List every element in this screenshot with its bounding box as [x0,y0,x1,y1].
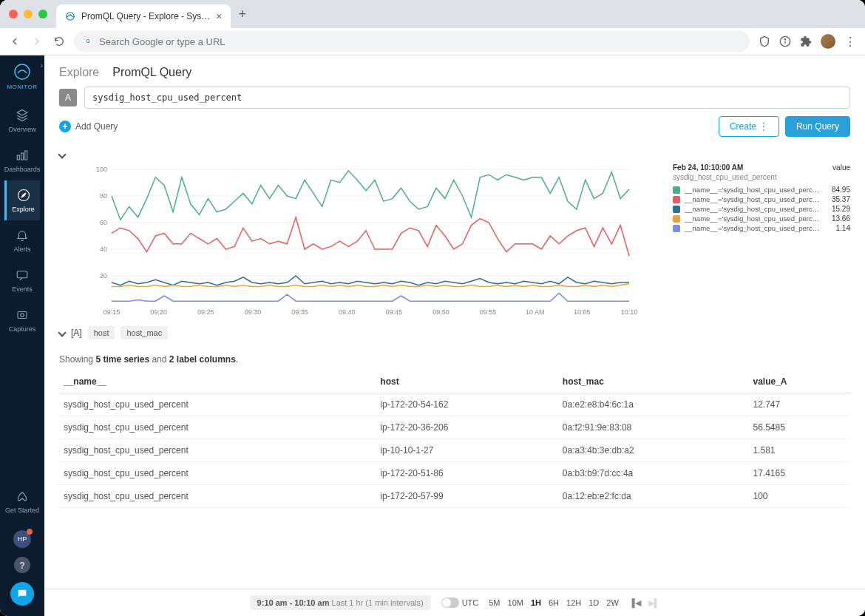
labels-collapse-icon[interactable] [58,328,66,336]
browser-menu-icon[interactable]: ⋮ [844,35,856,49]
svg-text:09:45: 09:45 [386,308,403,316]
sidebar-item-label: Dashboards [4,166,41,173]
range-option-2w[interactable]: 2W [606,598,619,607]
user-avatar[interactable]: HP [13,530,31,548]
legend-series-label: __name__='sysdig_host_cpu_used_percent',… [685,195,822,203]
minimize-window-button[interactable] [24,10,33,18]
sidebar-item-events[interactable]: Events [4,260,41,300]
column-header[interactable]: host_mac [558,370,749,393]
browser-tab[interactable]: PromQL Query - Explore - Sys… × [56,4,231,28]
svg-text:20: 20 [100,272,107,280]
range-option-5m[interactable]: 5M [489,598,500,607]
sidebar-item-alerts[interactable]: Alerts [4,220,41,260]
table-cell: sysdig_host_cpu_used_percent [59,462,376,485]
forward-icon[interactable] [31,35,43,47]
chart-canvas[interactable]: 2040608010009:1509:2009:2509:3009:3509:4… [59,163,664,319]
legend-swatch [673,215,680,223]
table-row[interactable]: sysdig_host_cpu_used_percentip-172-20-57… [59,485,850,508]
chart-collapse-toggle[interactable] [59,144,850,163]
legend-row[interactable]: __name__='sysdig_host_cpu_used_percent',… [673,186,850,194]
create-button[interactable]: Create ⋮ [719,116,779,137]
sidebar-item-overview[interactable]: Overview [4,101,41,141]
table-cell: 12.747 [749,393,851,416]
sidebar-collapse-icon[interactable]: › [41,61,43,70]
svg-text:10 AM: 10 AM [526,308,545,316]
time-range-display[interactable]: 9:10 am - 10:10 am Last 1 hr (1 min inte… [250,595,431,610]
column-header[interactable]: host [376,370,558,393]
close-tab-icon[interactable]: × [216,10,222,22]
range-option-6h[interactable]: 6H [549,598,559,607]
maximize-window-button[interactable] [38,10,47,18]
svg-rect-12 [17,271,27,278]
svg-text:G: G [86,38,90,44]
legend-row[interactable]: __name__='sysdig_host_cpu_used_percent',… [673,214,850,223]
legend-swatch [673,225,680,232]
help-icon[interactable]: ? [14,557,30,573]
chart-icon [15,148,30,163]
svg-text:10:10: 10:10 [621,308,638,316]
stack-icon [15,108,30,123]
label-tag[interactable]: host_mac [121,326,168,339]
sidebar-item-explore[interactable]: Explore [4,180,41,220]
table-row[interactable]: sysdig_host_cpu_used_percentip-172-20-51… [59,462,850,485]
sidebar-item-dashboards[interactable]: Dashboards [4,141,41,180]
svg-text:09:15: 09:15 [104,308,121,316]
profile-avatar[interactable] [821,34,835,49]
table-row[interactable]: sysdig_host_cpu_used_percentip-10-10-1-2… [59,439,850,462]
svg-text:09:55: 09:55 [480,308,497,316]
chat-button[interactable] [10,582,34,606]
column-header[interactable]: __name__ [59,370,376,393]
table-row[interactable]: sysdig_host_cpu_used_percentip-172-20-36… [59,416,850,439]
line-chart: 2040608010009:1509:2009:2509:3009:3509:4… [59,163,664,319]
sidebar-item-get-started[interactable]: Get Started [0,481,44,521]
legend-timestamp: Feb 24, 10:10:00 AM [673,163,743,172]
extension-icons: ⋮ [759,34,856,49]
comment-icon [15,268,30,282]
svg-text:100: 100 [96,166,107,173]
tab-title: PromQL Query - Explore - Sys… [81,11,210,21]
reload-icon[interactable] [53,35,65,47]
extensions-icon[interactable] [800,35,812,47]
pager-next-icon[interactable]: ▶▌ [648,598,660,608]
svg-text:10:05: 10:05 [574,308,591,316]
legend-row[interactable]: __name__='sysdig_host_cpu_used_percent',… [673,205,850,213]
svg-point-6 [15,64,30,79]
info-icon[interactable] [779,35,791,47]
chart-legend: Feb 24, 10:10:00 AM value sysdig_host_cp… [673,163,850,319]
address-input[interactable] [99,36,741,47]
shield-icon[interactable] [759,35,770,47]
chevron-down-icon [58,150,66,158]
range-option-12h[interactable]: 12H [566,598,581,607]
range-option-1d[interactable]: 1D [588,598,599,607]
column-header[interactable]: value_A [749,370,851,393]
google-icon: G [83,36,93,47]
close-window-button[interactable] [9,10,18,18]
table-row[interactable]: sysdig_host_cpu_used_percentip-172-20-54… [59,393,850,416]
breadcrumb: Explore PromQL Query [44,55,865,87]
query-input[interactable] [84,87,850,109]
address-bar[interactable]: G [74,31,750,52]
browser-chrome: PromQL Query - Explore - Sys… × + G ⋮ [0,0,865,55]
sidebar-item-label: Overview [8,126,36,133]
back-icon[interactable] [9,35,21,47]
range-option-1h[interactable]: 1H [531,598,541,607]
legend-row[interactable]: __name__='sysdig_host_cpu_used_percent',… [673,195,850,203]
label-tag[interactable]: host [88,326,115,339]
add-query-button[interactable]: + Add Query [59,121,118,132]
range-option-10m[interactable]: 10M [508,598,523,607]
new-tab-button[interactable]: + [231,7,254,22]
legend-series-value: 84.95 [827,186,850,194]
run-query-button[interactable]: Run Query [785,116,850,137]
svg-rect-8 [21,153,24,160]
pager-first-icon[interactable]: ▐◀ [629,598,641,608]
chart-section: 2040608010009:1509:2009:2509:3009:3509:4… [44,144,865,319]
sidebar-item-captures[interactable]: Captures [4,300,41,340]
capture-icon [15,308,30,322]
legend-row[interactable]: __name__='sysdig_host_cpu_used_percent',… [673,224,850,232]
svg-rect-13 [18,312,27,319]
breadcrumb-section[interactable]: Explore [59,66,99,79]
table-cell: ip-172-20-51-86 [376,462,558,485]
dropdown-icon: ⋮ [759,121,768,132]
utc-toggle[interactable]: UTC [441,598,479,608]
svg-text:60: 60 [100,219,107,226]
